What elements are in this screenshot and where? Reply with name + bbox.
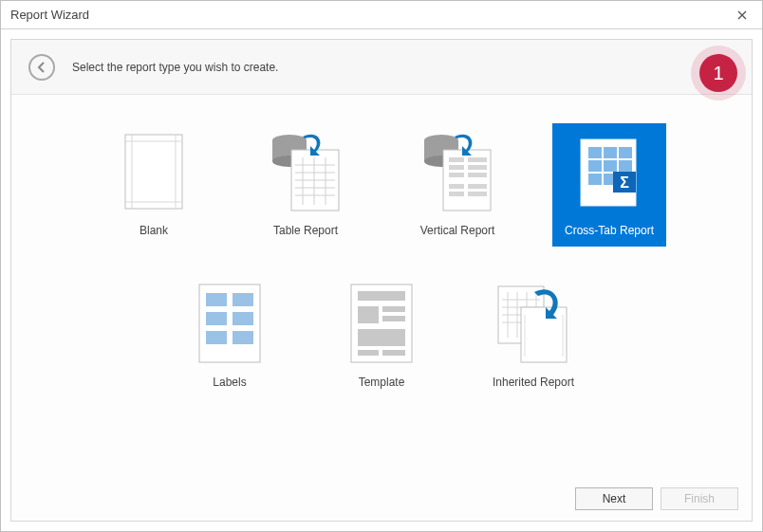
svg-rect-48 <box>233 331 253 344</box>
annotation-number: 1 <box>699 54 737 92</box>
svg-rect-34 <box>619 147 632 158</box>
svg-rect-37 <box>619 160 632 172</box>
tile-label: Inherited Report <box>493 376 574 389</box>
svg-rect-26 <box>468 173 487 177</box>
arrow-left-icon <box>35 61 48 74</box>
tile-row-1: Blank <box>49 123 714 247</box>
tile-inherited-report[interactable]: Inherited Report <box>476 275 590 398</box>
svg-rect-35 <box>588 160 602 172</box>
tile-blank[interactable]: Blank <box>97 123 211 247</box>
svg-rect-54 <box>358 329 405 346</box>
titlebar: Report Wizard <box>1 1 762 29</box>
svg-rect-27 <box>449 184 464 189</box>
finish-button: Finish <box>661 487 738 510</box>
labels-icon <box>177 281 282 366</box>
blank-report-icon <box>102 129 206 214</box>
tile-label: Table Report <box>273 224 338 237</box>
svg-rect-50 <box>358 291 405 301</box>
svg-rect-24 <box>468 165 487 170</box>
tile-template[interactable]: Template <box>325 275 438 398</box>
svg-rect-33 <box>604 147 617 158</box>
svg-rect-66 <box>521 307 567 362</box>
content-frame: Select the report type you wish to creat… <box>10 39 753 522</box>
tile-labels[interactable]: Labels <box>173 275 287 398</box>
svg-rect-43 <box>206 293 227 306</box>
page-subtitle: Select the report type you wish to creat… <box>72 61 278 74</box>
vertical-report-icon <box>405 129 510 214</box>
window-title: Report Wizard <box>10 8 732 22</box>
tile-label: Template <box>359 376 405 389</box>
inherited-report-icon <box>481 281 586 366</box>
tiles-area: Blank <box>11 95 752 477</box>
svg-rect-36 <box>604 160 617 172</box>
svg-rect-56 <box>382 350 405 356</box>
svg-rect-45 <box>206 312 227 325</box>
next-button[interactable]: Next <box>575 487 653 510</box>
svg-rect-21 <box>449 157 464 162</box>
svg-rect-55 <box>358 350 379 356</box>
svg-rect-51 <box>358 306 379 323</box>
tile-vertical-report[interactable]: Vertical Report <box>400 123 514 247</box>
svg-rect-46 <box>233 312 253 325</box>
svg-rect-29 <box>449 192 464 196</box>
back-button[interactable] <box>28 54 55 81</box>
svg-rect-30 <box>468 192 487 196</box>
svg-rect-32 <box>588 147 602 158</box>
tile-label: Cross-Tab Report <box>565 224 654 237</box>
svg-rect-52 <box>382 306 405 312</box>
tile-label: Blank <box>140 224 168 237</box>
svg-rect-47 <box>206 331 227 344</box>
header-row: Select the report type you wish to creat… <box>11 40 752 95</box>
svg-rect-22 <box>468 157 487 162</box>
svg-rect-23 <box>449 165 464 170</box>
svg-rect-38 <box>588 174 602 185</box>
svg-rect-44 <box>233 293 253 306</box>
tile-crosstab-report[interactable]: Σ Cross-Tab Report <box>552 123 666 247</box>
template-icon <box>329 281 434 366</box>
svg-rect-28 <box>468 184 487 189</box>
tile-label: Vertical Report <box>420 224 495 237</box>
wizard-window: Report Wizard Select the report type you… <box>0 0 763 532</box>
footer: Next Finish <box>11 477 752 521</box>
svg-text:Σ: Σ <box>620 174 629 191</box>
annotation-badge: 1 <box>691 46 746 101</box>
tile-row-2: Labels <box>49 275 714 398</box>
svg-rect-53 <box>382 316 405 321</box>
tile-table-report[interactable]: Table Report <box>249 123 363 247</box>
close-icon[interactable] <box>732 5 753 26</box>
tile-label: Labels <box>213 376 246 389</box>
table-report-icon <box>253 129 358 214</box>
svg-rect-25 <box>449 173 464 177</box>
svg-rect-0 <box>125 135 182 209</box>
crosstab-report-icon: Σ <box>557 129 661 214</box>
